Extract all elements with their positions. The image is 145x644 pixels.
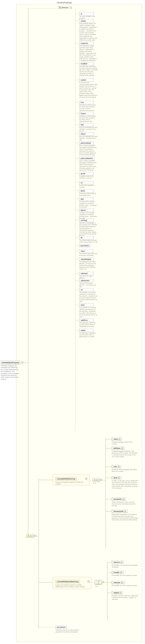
attr-modified-ann: The date (and, optionally, the time) whe… <box>79 65 98 76</box>
any-element-box: any ##other <box>56 626 67 629</box>
attributes-group: ☰attributes <box>58 6 69 9</box>
rel-group-occ: 0..∞ <box>95 585 98 587</box>
attr-type-ann: The type of the concept assigned as cont… <box>79 201 98 208</box>
diagram-canvas: Flex2ExtPropType itemMetaExtProperty − E… <box>0 0 145 644</box>
attr-creator-ann: If the property value is not defined, sp… <box>79 22 98 41</box>
element-narrower-expand[interactable]: + <box>121 582 123 584</box>
attr-valueunit: valueunit <box>79 272 93 275</box>
concept-definition-group-label: ConceptDefinitionGroup <box>55 477 77 480</box>
attr-valueunituri-ann: The unit of the value attribute – expres… <box>79 282 98 288</box>
attr-value-ann: The related value (see more in the spec … <box>79 253 98 256</box>
element-name-ann: A natural language name for the concept. <box>112 441 138 445</box>
def-group-seq-expand[interactable]: − <box>100 479 102 481</box>
element-hierarchyInfo: hierarchyInfo+ <box>112 510 128 513</box>
element-remoteInfo-expand[interactable]: + <box>123 498 125 500</box>
root-expand[interactable]: − <box>21 362 23 364</box>
any-element-ann: Extension point for provider-defined pro… <box>56 629 80 633</box>
concept-rel-group-expand[interactable]: − <box>88 580 90 582</box>
attr-how-ann: Indicates by which means the value was e… <box>79 104 98 111</box>
def-group-seq <box>93 478 100 482</box>
attr-reluri-ann: The identifier of a concept defining the… <box>79 307 98 318</box>
attr-modified: modified <box>79 62 93 65</box>
element-hierarchyInfo-ann: Represents the position of a concept in … <box>112 513 138 521</box>
attr-typeuri: typeuri <box>79 208 93 212</box>
element-related-ann: A related concept, where the relationshi… <box>112 595 138 600</box>
element-sameAs-ann: An identifier of a concept with equivale… <box>112 564 138 568</box>
attr-why: why <box>79 123 93 126</box>
attr-why-ann: Why the metadata has been included – exp… <box>79 126 98 132</box>
root-element-label: itemMetaExtProperty <box>2 362 19 364</box>
attr-creatoruri-ann: If the attribute is empty, specifies whi… <box>79 45 98 63</box>
element-remoteInfo-ann: A link to an item or a web resource whic… <box>112 501 138 507</box>
element-narrower-ann: An identifier of a more specific concept… <box>112 584 138 586</box>
attr-typeuri-ann: The type of the concept assigned as cont… <box>79 212 98 219</box>
element-note: note+ <box>112 465 121 468</box>
attr-pubconstraint-ann: One or many constraints that apply to pu… <box>79 145 98 156</box>
attr-valueunituri: valueunituri <box>79 279 93 282</box>
any-attribute-box: any ##other <box>79 244 90 247</box>
element-note-ann: Additional natural language information … <box>112 468 138 472</box>
element-broader-ann: An identifier of a more generic concept. <box>112 574 138 576</box>
attr-pubconstraint: pubconstraint <box>79 142 93 145</box>
element-narrower: narrower+ <box>112 581 125 584</box>
attr-pubconstrainturi-ann: One or many constraints that apply to pu… <box>79 160 98 171</box>
element-remoteInfo: remoteInfo+ <box>112 498 126 501</box>
attr-rel: rel <box>79 288 93 292</box>
attr-xml:lang-ann: Specifies the language of this property … <box>79 222 98 237</box>
sequence-expand[interactable]: − <box>34 535 36 537</box>
element-definition-expand[interactable]: + <box>121 448 123 449</box>
element-name-expand[interactable]: + <box>119 438 121 440</box>
type-header: Flex2ExtPropType <box>57 2 72 4</box>
element-note-expand[interactable]: + <box>118 466 120 468</box>
rel-group-choice <box>95 580 102 585</box>
attr-literal: literal <box>79 189 93 192</box>
attr-id-ann: The local identifier of the property. <box>79 16 98 19</box>
attr-value: value <box>79 250 93 253</box>
attributes-expand[interactable]: − <box>70 7 72 8</box>
attr-valueunit-ann: The unit of the value attribute. <box>79 275 98 279</box>
element-hierarchyInfo-expand[interactable]: + <box>124 510 126 512</box>
element-definition: definition+ <box>112 447 125 450</box>
attributes-label: attributes <box>62 7 68 8</box>
concept-def-group-expand[interactable]: − <box>85 478 87 480</box>
attr-validto: validto <box>79 329 93 332</box>
concept-rel-group-ann: A group of properties required to indica… <box>55 584 88 588</box>
element-definition-ann: A natural language definition of the sem… <box>112 450 138 458</box>
element-broader: broader+ <box>112 571 124 574</box>
attr-valuedatatype: valuedatatype <box>79 258 93 261</box>
any-element-label: any ##other <box>57 626 65 628</box>
element-facet-expand[interactable]: + <box>118 477 120 479</box>
attr-reluri: reluri <box>79 304 93 307</box>
rel-group-choice-expand[interactable]: − <box>102 581 104 583</box>
attr-uri-ann: A URI which identifies a concept. <box>79 184 98 188</box>
attr-whyuri: whyuri <box>79 132 93 136</box>
attr-pubconstrainturi: pubconstrainturi <box>79 157 94 160</box>
element-sameAs: sameAs+ <box>112 560 124 564</box>
attr-creator: creator <box>79 19 93 22</box>
element-broader-expand[interactable]: + <box>120 572 122 574</box>
element-facet-ann: In NAR 1.8 and later, facet is deprecate… <box>112 480 138 489</box>
def-group-occ: 0..∞ <box>93 482 96 484</box>
attr-how: how <box>79 101 93 104</box>
attr-xml:lang: xml:lang <box>79 219 93 222</box>
attr-dir-ann: The directionality of textual content (e… <box>79 239 98 243</box>
attr-validfrom-ann: The date (and, optionally, the time) bef… <box>79 322 98 328</box>
attr-rel-ann: The identifier of a concept defining the… <box>79 292 98 302</box>
element-related-expand[interactable]: + <box>120 592 122 594</box>
concept-rel-group-label: ConceptRelationshipsGroup <box>55 580 80 583</box>
attr-creatoruri: creatoruri <box>79 42 93 45</box>
attr-type: type <box>79 197 93 201</box>
element-sameAs-expand[interactable]: + <box>121 562 123 563</box>
attr-howuri-ann: Indicates by which means the value was e… <box>79 115 98 122</box>
attr-whyuri-ann: Why the metadata has been included – exp… <box>79 136 98 141</box>
root-annotation: Extension Property; the semantics are de… <box>1 365 19 380</box>
root-element-box: itemMetaExtProperty <box>1 361 20 364</box>
attr-uri: uri <box>79 181 93 184</box>
attr-qcode: qcode <box>79 172 93 175</box>
attr-custom: custom <box>79 78 93 82</box>
attr-validfrom: validfrom <box>79 319 93 322</box>
element-name: name+ <box>112 438 122 441</box>
attr-valuedatatype-ann: The datatype of the value attribute – it… <box>79 261 98 270</box>
element-related: related+ <box>112 591 123 594</box>
attr-dir: dir <box>79 236 93 239</box>
